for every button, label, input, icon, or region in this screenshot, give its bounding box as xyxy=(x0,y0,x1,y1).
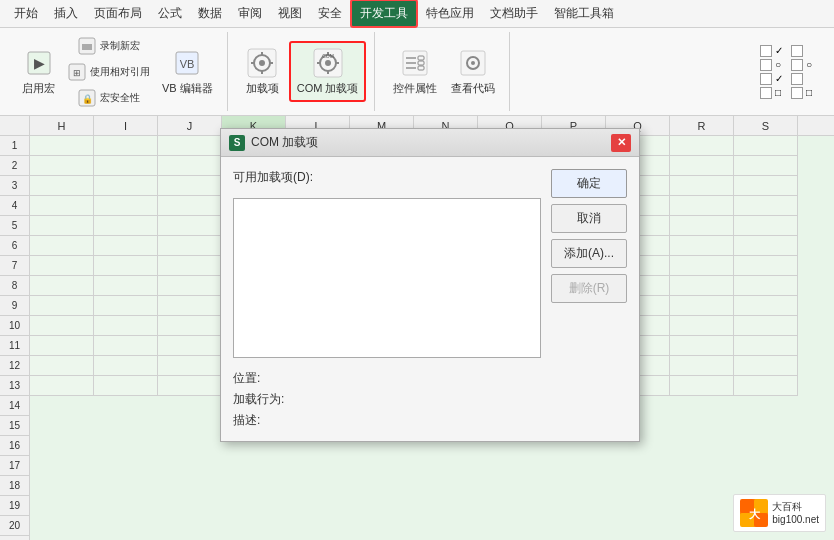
watermark-text: 大百科 big100.net xyxy=(772,500,819,526)
watermark-logo-icon: 大 xyxy=(740,499,768,527)
dialog-info-section: 位置: 加载行为: 描述: xyxy=(233,370,541,429)
watermark-line1: 大百科 xyxy=(772,500,819,513)
available-addins-label: 可用加载项(D): xyxy=(233,169,541,186)
add-button[interactable]: 添加(A)... xyxy=(551,239,627,268)
description-line: 描述: xyxy=(233,412,541,429)
watermark: 大 大百科 big100.net xyxy=(733,494,826,532)
addins-listbox[interactable] xyxy=(233,198,541,358)
dialog-titlebar: S COM 加载项 ✕ xyxy=(221,129,639,157)
delete-button[interactable]: 删除(R) xyxy=(551,274,627,303)
dialog-main: 可用加载项(D): 位置: 加载行为: 描述: xyxy=(233,169,541,429)
watermark-line2: big100.net xyxy=(772,513,819,526)
dialog-button-group: 确定 取消 添加(A)... 删除(R) xyxy=(551,169,627,429)
confirm-button[interactable]: 确定 xyxy=(551,169,627,198)
com-addins-dialog: S COM 加载项 ✕ 可用加载项(D): 位置: 加载行为: 描述: 确定 取… xyxy=(220,128,640,442)
watermark-box: 大 大百科 big100.net xyxy=(733,494,826,532)
dialog-title-icon: S xyxy=(229,135,245,151)
modal-overlay: S COM 加载项 ✕ 可用加载项(D): 位置: 加载行为: 描述: 确定 取… xyxy=(0,0,834,540)
cancel-button[interactable]: 取消 xyxy=(551,204,627,233)
load-behavior-line: 加载行为: xyxy=(233,391,541,408)
dialog-close-button[interactable]: ✕ xyxy=(611,134,631,152)
dialog-body: 可用加载项(D): 位置: 加载行为: 描述: 确定 取消 添加(A)... 删… xyxy=(221,157,639,441)
svg-text:大: 大 xyxy=(748,508,761,520)
location-line: 位置: xyxy=(233,370,541,387)
dialog-title: COM 加载项 xyxy=(251,134,605,151)
